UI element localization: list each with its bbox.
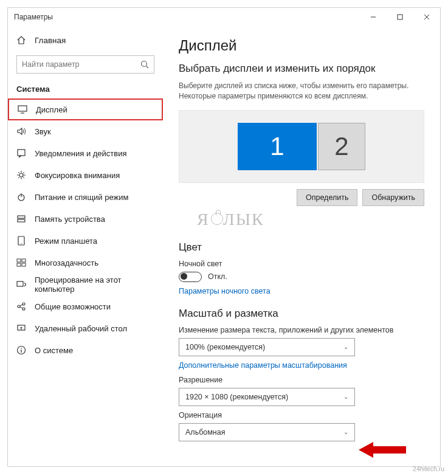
detect-button[interactable]: Обнаружить [362, 189, 424, 206]
svg-rect-18 [17, 263, 21, 266]
select-displays-heading: Выбрать дисплеи и изменить их порядок [179, 63, 424, 75]
sidebar-item-8[interactable]: Проецирование на этот компьютер [8, 274, 163, 295]
monitor-1[interactable]: 1 [238, 123, 317, 170]
sidebar-item-label: Проецирование на этот компьютер [35, 275, 154, 294]
svg-point-21 [18, 305, 20, 308]
sidebar-item-label: О системе [35, 346, 73, 355]
sidebar-item-5[interactable]: Память устройства [8, 208, 163, 230]
minimize-button[interactable] [360, 8, 387, 26]
sidebar-item-label: Удаленный рабочий стол [35, 324, 127, 333]
focus-icon [16, 170, 26, 180]
scale-value: 100% (рекомендуется) [185, 343, 265, 351]
night-light-state: Откл. [208, 272, 227, 281]
sidebar-item-6[interactable]: Режим планшета [8, 230, 163, 252]
shared-icon [16, 302, 26, 311]
display-buttons: Определить Обнаружить [179, 189, 424, 206]
sidebar-item-label: Звук [35, 127, 51, 136]
sidebar-item-7[interactable]: Многозадачность [8, 252, 163, 274]
svg-rect-8 [18, 150, 25, 156]
watermark-logo: ЯЛЫК [197, 210, 424, 229]
display-icon [18, 105, 27, 114]
titlebar: Параметры [8, 8, 440, 26]
svg-rect-20 [17, 281, 23, 286]
sidebar-section-title: Система [8, 80, 163, 98]
svg-marker-30 [359, 442, 406, 458]
multitask-icon [16, 258, 26, 267]
select-displays-desc: Выберите дисплей из списка ниже, чтобы и… [179, 81, 424, 102]
sidebar-item-2[interactable]: Уведомления и действия [8, 142, 163, 164]
svg-rect-6 [18, 106, 27, 111]
search-box[interactable] [16, 55, 154, 74]
scale-heading: Масштаб и разметка [179, 308, 424, 320]
sidebar-item-11[interactable]: О системе [8, 339, 163, 361]
night-light-label: Ночной свет [179, 260, 424, 268]
monitor-2[interactable]: 2 [318, 123, 365, 170]
sidebar-item-label: Дисплей [36, 105, 67, 114]
tablet-icon [16, 236, 26, 246]
scale-dropdown[interactable]: 100% (рекомендуется) ⌄ [179, 338, 355, 356]
advanced-scaling-link[interactable]: Дополнительные параметры масштабирования [179, 361, 424, 370]
svg-rect-16 [17, 259, 21, 262]
svg-point-28 [21, 348, 22, 349]
home-label: Главная [35, 36, 66, 45]
resolution-value: 1920 × 1080 (рекомендуется) [185, 393, 288, 401]
apple-icon [210, 212, 223, 225]
maximize-button[interactable] [387, 8, 413, 26]
window-title: Параметры [14, 13, 53, 21]
scale-label: Изменение размера текста, приложений и д… [179, 326, 424, 334]
svg-point-15 [21, 243, 21, 244]
about-icon [16, 345, 26, 355]
home-button[interactable]: Главная [8, 29, 163, 52]
nav-list: ДисплейЗвукУведомления и действияФокусир… [8, 98, 163, 466]
sidebar-item-label: Режим планшета [35, 236, 97, 246]
settings-window: Параметры Главная Система ДисплейЗвукУве… [7, 7, 441, 467]
display-arrangement[interactable]: 1 2 [179, 110, 424, 183]
remote-icon [16, 323, 26, 333]
annotation-arrow [359, 440, 407, 460]
resolution-label: Разрешение [179, 376, 424, 384]
search-input[interactable] [22, 60, 140, 69]
sidebar-item-10[interactable]: Удаленный рабочий стол [8, 317, 163, 339]
orientation-label: Ориентация [179, 411, 424, 419]
orientation-dropdown[interactable]: Альбомная ⌄ [179, 423, 355, 441]
svg-line-5 [146, 66, 149, 69]
search-wrap [8, 52, 163, 80]
content-area: Дисплей Выбрать дисплеи и изменить их по… [163, 26, 440, 466]
resolution-dropdown[interactable]: 1920 × 1080 (рекомендуется) ⌄ [179, 388, 355, 406]
sidebar-item-label: Питание и спящий режим [35, 193, 128, 202]
sidebar-item-label: Уведомления и действия [35, 149, 127, 158]
toggle-knob [181, 273, 187, 280]
sidebar-item-9[interactable]: Общие возможности [8, 295, 163, 317]
page-title: Дисплей [179, 37, 424, 54]
storage-icon [16, 214, 26, 224]
sidebar-item-3[interactable]: Фокусировка внимания [8, 164, 163, 186]
svg-rect-12 [18, 216, 25, 218]
sidebar: Главная Система ДисплейЗвукУведомления и… [8, 26, 163, 466]
svg-rect-19 [22, 263, 26, 266]
sidebar-item-0[interactable]: Дисплей [8, 98, 163, 120]
svg-line-24 [20, 305, 22, 306]
identify-button[interactable]: Определить [297, 189, 357, 206]
window-body: Главная Система ДисплейЗвукУведомления и… [8, 26, 440, 466]
sidebar-item-label: Общие возможности [35, 302, 111, 311]
svg-point-4 [142, 61, 147, 67]
notifications-icon [16, 148, 26, 158]
night-light-toggle[interactable] [179, 272, 202, 282]
svg-rect-13 [18, 219, 25, 222]
window-controls [360, 8, 440, 26]
watermark-text: 24hitech.ru [413, 465, 444, 472]
svg-point-23 [22, 308, 25, 310]
svg-rect-17 [22, 259, 26, 262]
chevron-down-icon: ⌄ [343, 343, 348, 350]
sidebar-item-label: Фокусировка внимания [35, 171, 120, 180]
sidebar-item-1[interactable]: Звук [8, 120, 163, 142]
svg-rect-1 [398, 15, 402, 19]
close-button[interactable] [413, 8, 440, 26]
color-heading: Цвет [179, 241, 424, 254]
chevron-down-icon: ⌄ [343, 393, 348, 400]
sidebar-item-4[interactable]: Питание и спящий режим [8, 186, 163, 208]
night-light-settings-link[interactable]: Параметры ночного света [179, 287, 424, 295]
svg-point-9 [19, 173, 23, 177]
orientation-value: Альбомная [185, 428, 225, 436]
power-icon [16, 192, 26, 202]
